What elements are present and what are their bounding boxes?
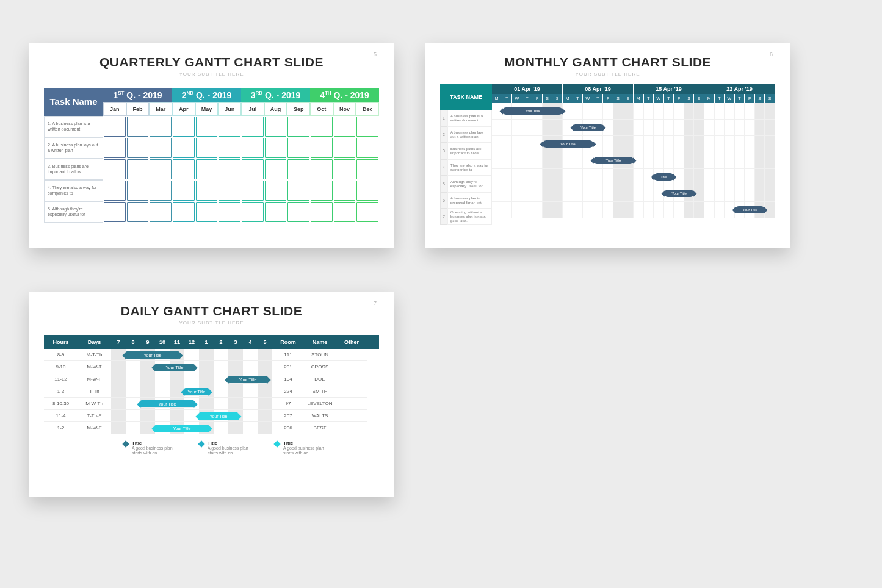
month-header: Jun (218, 102, 241, 116)
legend: TitleA good business plan starts with an… (44, 440, 379, 456)
slide-grid: 5 QUARTERLY GANTT CHART SLIDE YOUR SUBTI… (29, 43, 853, 497)
grid-cell (735, 169, 745, 185)
grid-cell (755, 169, 765, 185)
cell (199, 349, 214, 361)
cell (140, 385, 155, 398)
grid-cell (684, 136, 695, 152)
cell (258, 422, 272, 434)
grid-cell (674, 120, 684, 136)
grid-cell (623, 136, 634, 152)
grid-cell (694, 169, 704, 185)
grid-cell (196, 117, 218, 137)
cell (214, 349, 228, 361)
cell: M-W-F (78, 422, 111, 434)
grid-cell (583, 103, 593, 120)
month-header: Apr (172, 102, 195, 116)
gantt-bar: Your Title (140, 400, 194, 408)
grid-cell (502, 152, 513, 169)
grid-cell (522, 202, 533, 218)
grid-cell (311, 117, 333, 137)
gantt-row: Your Title (492, 136, 775, 152)
task-cell: A business plan is a written document (447, 110, 492, 126)
cell (111, 361, 126, 373)
gantt-row: Your Title (492, 202, 775, 218)
grid-cell (543, 202, 553, 218)
task-cell: 3. Business plans are important to allow (44, 159, 103, 180)
grid-cell (735, 185, 745, 202)
day-header: M (704, 94, 715, 103)
grid-cell (512, 152, 522, 169)
grid-cell (583, 169, 593, 185)
quarter-header: 1ST Q. - 2019 (103, 88, 172, 102)
grid-cell (684, 202, 695, 218)
day-header: S (684, 94, 695, 103)
grid-cell (543, 120, 553, 136)
cell: M-W-Th (78, 398, 111, 410)
grid-cell (765, 103, 775, 120)
grid-cell (522, 169, 533, 185)
column-header: Other (336, 335, 367, 349)
table-row: 2. A business plan lays out a written pl… (44, 137, 379, 159)
grid-cell (694, 202, 704, 218)
grid-cell (715, 185, 725, 202)
cell: T-Th (78, 385, 111, 398)
cell: 8-9 (44, 349, 78, 361)
row-index: 5 (440, 176, 447, 192)
cell: WALTS (304, 410, 336, 422)
task-header: TASK NAME (440, 84, 492, 110)
grid-cell (287, 117, 309, 137)
cell (126, 373, 140, 385)
grid-cell (654, 120, 664, 136)
cell (258, 398, 272, 410)
grid-cell (715, 103, 725, 120)
grid-cell (492, 169, 502, 185)
cell (243, 349, 258, 361)
grid-cell (512, 136, 522, 152)
grid-cell (725, 120, 735, 136)
diamond-icon (198, 440, 204, 447)
grid-cell (173, 202, 195, 222)
grid-cell (634, 120, 644, 136)
grid-cell (644, 136, 654, 152)
cell (199, 373, 214, 385)
grid-cell (573, 202, 584, 218)
week-header: 08 Apr '19 (563, 84, 634, 94)
column-header: 5 (258, 335, 272, 349)
table-row: 4They are also a way for companies to (440, 159, 492, 176)
gantt-bar: Your Title (184, 388, 209, 396)
legend-item: TitleA good business plan starts with an (275, 440, 326, 456)
grid-cell (583, 185, 593, 202)
grid-cell (552, 120, 563, 136)
day-header: F (745, 94, 755, 103)
grid-cell (593, 185, 604, 202)
row-index: 3 (440, 143, 447, 159)
grid-cell (634, 202, 644, 218)
day-header: W (583, 94, 593, 103)
cell (336, 398, 367, 410)
cell (111, 385, 126, 398)
grid-cell (265, 202, 287, 222)
cell (111, 398, 126, 410)
grid-cell (492, 136, 502, 152)
grid-cell (634, 169, 644, 185)
grid-cell (603, 185, 613, 202)
day-header: S (755, 94, 765, 103)
grid-cell (104, 138, 126, 158)
grid-cell (704, 120, 715, 136)
cell (243, 422, 258, 434)
day-header: W (725, 94, 735, 103)
cell: 224 (272, 385, 304, 398)
cell (228, 349, 243, 361)
grid-cell (755, 152, 765, 169)
grid-cell (196, 159, 218, 179)
quarter-header: 3RD Q. - 2019 (241, 88, 310, 102)
grid-cell (127, 159, 149, 179)
column-header: Hours (44, 335, 78, 349)
cell: SMITH (304, 385, 336, 398)
cell: 11-12 (44, 373, 78, 385)
column-header: 2 (214, 335, 228, 349)
cell: LEVELTON (304, 398, 336, 410)
grid-cell (502, 136, 513, 152)
cell: M-W-F (78, 373, 111, 385)
grid-cell (512, 185, 522, 202)
